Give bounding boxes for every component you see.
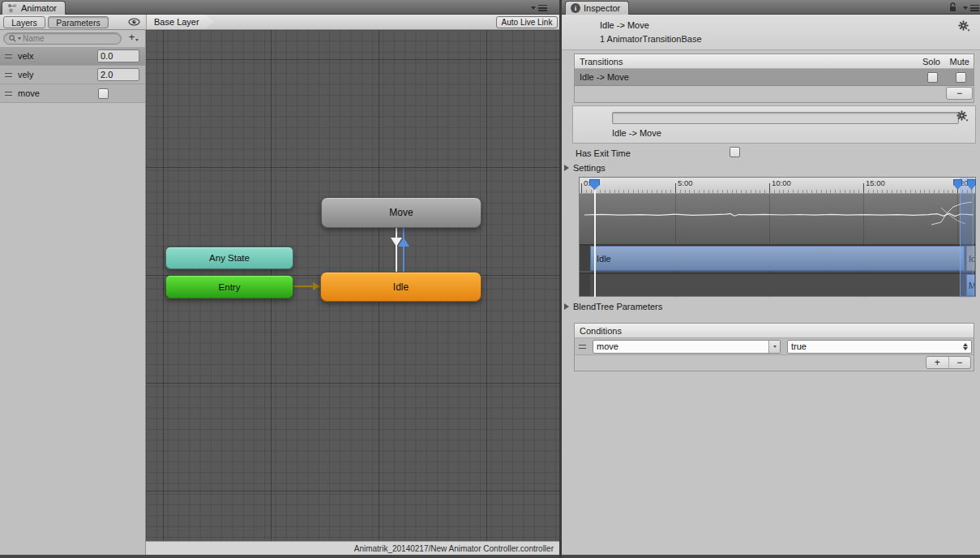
controller-path-statusbar: Animatrik_20140217/New Animator Controll… — [146, 541, 559, 555]
breadcrumb-base-layer[interactable]: Base Layer — [147, 15, 214, 29]
inspector-tab[interactable]: i Inspector — [565, 1, 629, 15]
mute-checkbox[interactable] — [956, 72, 966, 83]
parameter-name: velx — [18, 51, 34, 61]
condition-row[interactable]: move true — [575, 338, 974, 355]
has-exit-time-label: Has Exit Time — [576, 148, 631, 158]
drag-handle-icon[interactable] — [579, 345, 586, 349]
gear-icon[interactable] — [958, 20, 970, 32]
solo-column-label: Solo — [922, 54, 940, 69]
transition-name-caption: Idle -> Move — [612, 128, 661, 138]
search-filter-dropdown-icon[interactable] — [18, 37, 21, 40]
transition-list-item[interactable]: Idle -> Move — [575, 69, 974, 86]
parameter-value-field[interactable] — [97, 49, 139, 62]
search-input[interactable] — [23, 34, 116, 43]
inspector-info-icon: i — [571, 3, 580, 13]
parameter-value-field[interactable] — [97, 68, 139, 81]
has-exit-time-checkbox[interactable] — [730, 147, 740, 157]
tick-label: 5:00 — [678, 178, 693, 187]
blend-preview-area — [580, 194, 975, 244]
state-node-move[interactable]: Move — [321, 197, 481, 228]
timeline-destination-row: Mo — [580, 273, 975, 296]
tick-label: 15:00 — [866, 178, 885, 187]
lock-icon[interactable] — [948, 2, 957, 12]
inspector-tab-label: Inspector — [584, 3, 620, 13]
conditions-header: Conditions — [575, 324, 974, 338]
foldout-icon — [564, 303, 569, 310]
drag-handle-icon[interactable] — [5, 54, 12, 58]
parameter-row-move[interactable]: move — [0, 84, 145, 103]
transition-arrowhead-up — [398, 238, 409, 247]
playhead-line — [594, 188, 596, 297]
drag-handle-icon[interactable] — [5, 92, 12, 96]
window-bottom-edge — [0, 555, 980, 558]
transition-title: Idle -> Move — [600, 20, 649, 30]
parameter-checkbox[interactable] — [98, 88, 109, 99]
drag-handle-icon[interactable] — [5, 73, 12, 77]
blendtree-parameters-foldout[interactable]: BlendTree Parameters — [564, 302, 662, 311]
animator-tab[interactable]: Animator — [2, 1, 66, 15]
state-node-any-state[interactable]: Any State — [165, 247, 293, 269]
state-machine-graph[interactable]: Move Any State Entry Idle — [146, 30, 559, 541]
stepper-icon — [963, 343, 968, 351]
animator-tab-icon — [7, 3, 18, 13]
conditions-section: Conditions move true — [574, 323, 974, 371]
condition-list-buttons: + − — [926, 356, 971, 369]
solo-checkbox[interactable] — [927, 72, 938, 83]
parameter-row-velx[interactable]: velx — [0, 47, 145, 66]
condition-parameter-dropdown[interactable]: move — [593, 340, 781, 354]
timeline-source-row: Idle Id — [580, 246, 975, 271]
animator-toolbar: Layers Parameters Base Layer Auto Live L… — [0, 15, 560, 30]
dropdown-arrow-icon[interactable] — [768, 341, 780, 353]
tab-strip: Animator i Inspector — [0, 0, 980, 15]
unity-editor: Animator i Inspector Layers Parameters — [0, 0, 980, 558]
inspector-header: Idle -> Move 1 AnimatorTransitionBase — [562, 15, 980, 50]
state-node-idle[interactable]: Idle — [320, 272, 481, 302]
transition-name-block: Idle -> Move — [572, 105, 976, 144]
add-condition-button[interactable]: + — [927, 357, 949, 368]
tab-parameters[interactable]: Parameters — [48, 16, 109, 28]
transition-arrowhead-right — [313, 282, 320, 290]
remove-condition-button[interactable]: − — [949, 357, 971, 368]
timeline-ruler[interactable]: 0:00 5:00 10:00 15:00 20:00 — [580, 178, 975, 194]
condition-value-dropdown[interactable]: true — [787, 340, 972, 354]
parameter-row-vely[interactable]: vely — [0, 66, 145, 84]
animator-panel-menu-icon[interactable] — [531, 5, 547, 11]
tab-layers[interactable]: Layers — [3, 16, 45, 28]
search-icon — [9, 35, 16, 42]
animator-tab-label: Animator — [21, 3, 57, 13]
transitions-header: Transitions Solo Mute — [575, 54, 974, 69]
transition-idle-to-move-selected[interactable] — [403, 228, 404, 272]
transition-entry-to-idle[interactable] — [293, 285, 315, 287]
inspector-panel-menu-icon[interactable] — [963, 5, 979, 11]
parameter-name: vely — [18, 70, 34, 79]
controller-path: Animatrik_20140217/New Animator Controll… — [354, 544, 554, 553]
transition-region-overlay[interactable] — [960, 178, 974, 298]
state-node-entry[interactable]: Entry — [165, 275, 293, 298]
inspector-panel: Idle -> Move 1 AnimatorTransitionBase — [562, 15, 980, 555]
foldout-icon — [564, 165, 569, 171]
gear-icon[interactable] — [956, 110, 969, 122]
transition-subtitle: 1 AnimatorTransitionBase — [600, 34, 702, 44]
add-parameter-button[interactable]: + — [126, 32, 141, 45]
panel-divider[interactable] — [559, 0, 562, 558]
transition-timeline[interactable]: 0:00 5:00 10:00 15:00 20:00 Idle — [579, 177, 976, 297]
auto-live-link-button[interactable]: Auto Live Link — [496, 16, 558, 28]
parameter-name: move — [18, 88, 40, 98]
transition-name-input[interactable] — [612, 112, 959, 124]
settings-foldout[interactable]: Settings — [564, 163, 606, 173]
tick-label: 10:00 — [772, 178, 791, 187]
remove-transition-button[interactable]: − — [946, 87, 973, 100]
parameter-search-field[interactable] — [3, 32, 122, 45]
transitions-list: Transitions Solo Mute Idle -> Move − — [574, 54, 974, 103]
mute-column-label: Mute — [950, 54, 969, 69]
parameters-panel: + velx vely move — [0, 30, 146, 555]
eye-icon[interactable] — [128, 17, 140, 27]
source-clip-bar[interactable]: Idle — [590, 246, 965, 271]
transition-move-to-idle[interactable] — [396, 228, 397, 272]
